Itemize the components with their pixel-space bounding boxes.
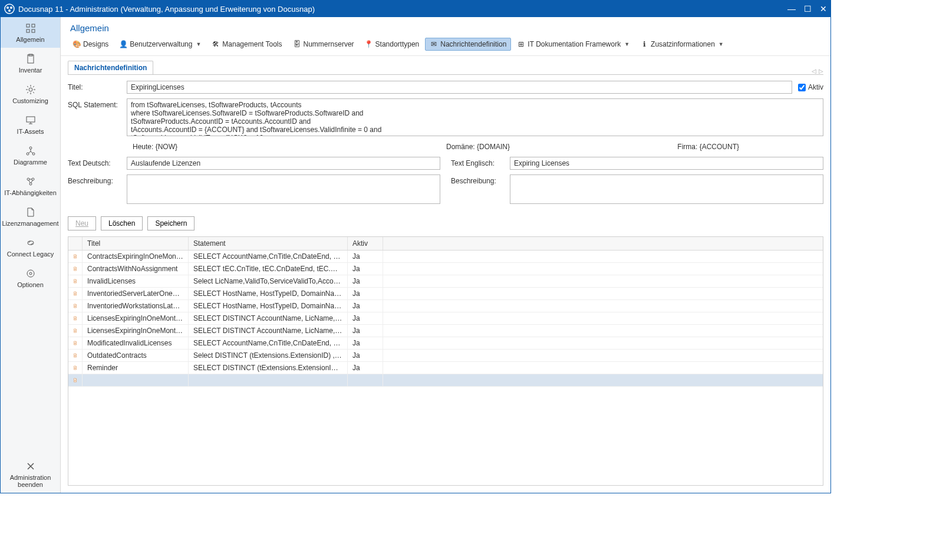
cell-statement: SELECT tEC.CnTitle, tEC.CnDateEnd, tEC.C…	[189, 263, 348, 275]
svg-rect-5	[32, 24, 35, 27]
table-row[interactable]: ReminderSELECT DISTINCT (tExtensions.Ext…	[68, 362, 823, 374]
textarea-sql[interactable]: from tSoftwareLicenses, tSoftwareProduct…	[127, 98, 823, 136]
sidebar-item-it-abhaengigkeiten[interactable]: IT-Abhängigkeiten	[1, 170, 60, 201]
sidebar-item-label: IT-Assets	[17, 128, 44, 135]
table-row[interactable]: ContractsWithNoAssignmentSELECT tEC.CnTi…	[68, 263, 823, 275]
grid-icon	[25, 22, 37, 34]
chevron-down-icon: ▼	[624, 41, 629, 47]
tools-icon: 🛠	[212, 40, 220, 48]
sidebar: Allgemein Inventar Customizing IT-Assets…	[1, 17, 61, 493]
diagram-icon	[25, 145, 37, 157]
cell-titel: ContractsExpiringInOneMonthOr...	[83, 251, 189, 262]
cell-titel: OutdatedContracts	[83, 350, 189, 361]
col-statement[interactable]: Statement	[189, 237, 348, 250]
svg-point-18	[27, 270, 34, 277]
sidebar-item-diagramme[interactable]: Diagramme	[1, 140, 60, 170]
col-titel[interactable]: Titel	[83, 237, 189, 250]
label-beschreibung-de: Beschreibung:	[68, 174, 127, 206]
svg-rect-4	[27, 24, 29, 27]
sidebar-item-label: Allgemein	[16, 36, 44, 43]
cell-aktiv: Ja	[348, 350, 383, 361]
row-document-icon	[68, 350, 83, 361]
toolbar-management-tools[interactable]: 🛠Management Tools	[207, 38, 286, 51]
table-row[interactable]: LicensesExpiringInOneMonthOrL...SELECT D…	[68, 325, 823, 337]
location-icon: 📍	[365, 40, 373, 48]
cell-aktiv: Ja	[348, 251, 383, 262]
textarea-beschreibung-en[interactable]	[510, 174, 823, 204]
input-text-en[interactable]	[510, 157, 823, 170]
main-content: Allgemein 🎨Designs 👤Benutzerverwaltung▼ …	[61, 17, 830, 493]
sidebar-item-label: Optionen	[17, 281, 44, 288]
close-button[interactable]: ✕	[820, 5, 827, 13]
row-document-icon	[68, 288, 83, 299]
toolbar-designs[interactable]: 🎨Designs	[68, 38, 113, 51]
minimize-button[interactable]: —	[787, 5, 796, 13]
toolbar-nachrichtendefinition[interactable]: ✉Nachrichtendefinition	[425, 38, 511, 51]
svg-rect-11	[27, 117, 35, 122]
sidebar-item-allgemein[interactable]: Allgemein	[1, 17, 60, 48]
cell-aktiv: Ja	[348, 337, 383, 349]
cell-titel: InventoriedWorkstationsLaterOn...	[83, 300, 189, 312]
tab-nav-next[interactable]: ▷	[819, 68, 823, 74]
clipboard-icon	[25, 53, 37, 65]
table-row[interactable]: LicensesExpiringInOneMonthOrL...SELECT D…	[68, 312, 823, 325]
cell-aktiv: Ja	[348, 325, 383, 337]
svg-rect-6	[27, 29, 29, 32]
chevron-down-icon: ▼	[196, 41, 201, 47]
sidebar-item-customizing[interactable]: Customizing	[1, 78, 60, 109]
user-icon: 👤	[119, 40, 127, 48]
cell-statement: SELECT DISTINCT AccountName, LicName, So…	[189, 312, 348, 324]
placeholder-heute: Heute: {NOW}	[133, 143, 363, 151]
sidebar-item-optionen[interactable]: Optionen	[1, 262, 60, 293]
server-icon: 🗄	[293, 40, 301, 48]
cell-aktiv: Ja	[348, 263, 383, 275]
toolbar-zusatzinformationen[interactable]: ℹZusatzinformationen▼	[635, 38, 729, 51]
tab-nav-prev[interactable]: ◁	[812, 68, 816, 74]
table-row[interactable]: InventoriedServerLaterOneWeekSELECT Host…	[68, 288, 823, 300]
maximize-button[interactable]: ☐	[804, 5, 812, 13]
document-icon	[25, 206, 37, 218]
info-icon: ℹ	[640, 40, 648, 48]
app-logo-icon	[4, 4, 15, 14]
table-row[interactable]: InventoriedWorkstationsLaterOn...SELECT …	[68, 300, 823, 312]
sidebar-item-inventar[interactable]: Inventar	[1, 48, 60, 78]
table-row[interactable]: OutdatedContractsSelect DISTINCT (tExten…	[68, 350, 823, 362]
svg-point-19	[29, 272, 32, 275]
svg-point-0	[5, 4, 14, 14]
checkbox-aktiv[interactable]: Aktiv	[798, 83, 823, 91]
sidebar-item-it-assets[interactable]: IT-Assets	[1, 109, 60, 140]
sidebar-item-lizenzmanagement[interactable]: Lizenzmanagement	[1, 201, 60, 232]
svg-point-1	[6, 6, 9, 9]
chevron-down-icon: ▼	[718, 41, 724, 47]
toolbar-benutzerverwaltung[interactable]: 👤Benutzerverwaltung▼	[114, 38, 206, 51]
placeholder-firma: Firma: {ACCOUNT}	[593, 143, 823, 151]
loeschen-button[interactable]: Löschen	[101, 216, 143, 230]
sidebar-item-label: Customizing	[12, 97, 48, 104]
table-row[interactable]: ContractsExpiringInOneMonthOr...SELECT A…	[68, 251, 823, 263]
sidebar-item-label: Connect Legacy	[7, 251, 54, 258]
input-text-de[interactable]	[127, 157, 440, 170]
sidebar-item-connect-legacy[interactable]: Connect Legacy	[1, 232, 60, 262]
col-aktiv[interactable]: Aktiv	[348, 237, 383, 250]
label-text-en: Text Englisch:	[451, 157, 510, 170]
checkbox-aktiv-input[interactable]	[798, 84, 806, 91]
row-document-icon	[68, 325, 83, 337]
table-row-new[interactable]	[68, 374, 823, 387]
table-row[interactable]: ModificatedInvalidLicensesSELECT Account…	[68, 337, 823, 350]
neu-button[interactable]: Neu	[68, 216, 96, 230]
cell-titel: Reminder	[83, 362, 189, 374]
row-document-icon	[68, 362, 83, 374]
cell-aktiv: Ja	[348, 362, 383, 374]
sidebar-item-exit[interactable]: Administration beenden	[1, 456, 60, 493]
tab-nachrichtendefinition[interactable]: Nachrichtendefinition	[68, 61, 153, 74]
palette-icon: 🎨	[72, 40, 81, 48]
toolbar-it-doku[interactable]: ⊞IT Dokumentation Framework▼	[512, 38, 634, 51]
grid-body[interactable]: ContractsExpiringInOneMonthOr...SELECT A…	[68, 251, 823, 387]
textarea-beschreibung-de[interactable]	[127, 174, 440, 204]
toolbar-standorttypen[interactable]: 📍Standorttypen	[360, 38, 424, 51]
toolbar-nummernserver[interactable]: 🗄Nummernserver	[288, 38, 359, 51]
speichern-button[interactable]: Speichern	[147, 216, 195, 230]
app-window: Docusnap 11 - Administration (Verwaltung…	[0, 0, 831, 493]
input-titel[interactable]	[127, 81, 792, 94]
table-row[interactable]: InvalidLicensesSelect LicName,ValidTo,Se…	[68, 275, 823, 288]
